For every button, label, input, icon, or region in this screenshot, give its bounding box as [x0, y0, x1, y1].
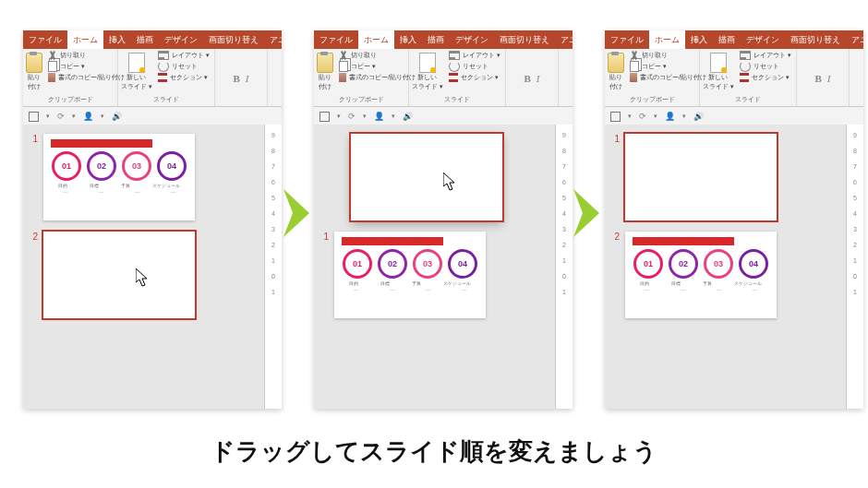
tab-draw[interactable]: 描画 — [713, 30, 741, 49]
tab-animation[interactable]: アニ — [555, 30, 573, 49]
slide-thumbnail-1[interactable]: 01 02 03 04 目的目標予算スケジュール ──────── — [43, 134, 195, 220]
section-icon — [158, 73, 167, 82]
vertical-ruler: 98765432101 — [846, 125, 863, 409]
copy-button[interactable]: コピー ▾ — [46, 61, 127, 72]
section-button[interactable]: セクション ▾ — [447, 73, 502, 82]
layout-icon — [449, 51, 460, 60]
view-normal-icon[interactable] — [610, 112, 621, 122]
tab-home[interactable]: ホーム — [67, 30, 103, 49]
layout-icon — [158, 51, 169, 60]
view-toolbar: ▾ ⟳▾ 👤▾ 🔊 — [23, 107, 282, 126]
new-slide-label: 新しい スライド ▾ — [703, 73, 734, 91]
group-clipboard-label: クリップボード — [317, 95, 405, 106]
reset-button[interactable]: リセット — [738, 61, 793, 72]
bold-button[interactable]: B — [233, 73, 239, 84]
slide-thumbnail-2[interactable]: 01 02 03 04 目的目標予算スケジュール ──────── — [625, 232, 777, 318]
slide-thumbnail-1-selected[interactable] — [625, 134, 777, 220]
tab-draw[interactable]: 描画 — [131, 30, 159, 49]
chevron-down-icon[interactable]: ▾ — [682, 113, 686, 120]
tab-animation[interactable]: アニ — [846, 30, 863, 49]
copy-icon — [339, 61, 348, 72]
scissors-icon — [339, 51, 348, 60]
section-button[interactable]: セクション ▾ — [738, 73, 793, 82]
ribbon: 貼り付け 切り取り コピー ▾ 書式のコピー/貼り付け クリップボード 新しい … — [314, 49, 573, 107]
copy-button[interactable]: コピー ▾ — [628, 61, 708, 72]
new-slide-label: 新しい スライド ▾ — [121, 73, 152, 91]
new-slide-icon[interactable] — [128, 53, 145, 73]
slide-thumbnail-content[interactable]: 01 02 03 04 目的目標予算スケジュール ──────── — [334, 232, 486, 318]
tab-draw[interactable]: 描画 — [422, 30, 450, 49]
format-painter-button[interactable]: 書式のコピー/貼り付け — [337, 73, 417, 82]
slide-thumbnail-2-selected[interactable] — [43, 232, 195, 318]
paste-label: 貼り付け — [317, 73, 333, 91]
chevron-down-icon[interactable]: ▾ — [363, 113, 367, 120]
tab-file[interactable]: ファイル — [605, 30, 649, 49]
tab-transition[interactable]: 画面切り替え — [785, 30, 846, 49]
format-painter-button[interactable]: 書式のコピー/貼り付け — [46, 73, 127, 82]
reset-button[interactable]: リセット — [156, 61, 211, 72]
tab-file[interactable]: ファイル — [314, 30, 358, 49]
brush-icon — [48, 73, 55, 82]
paste-label: 貼り付け — [608, 73, 624, 91]
paste-icon[interactable] — [608, 53, 624, 73]
copy-button[interactable]: コピー ▾ — [337, 61, 417, 72]
copy-icon — [48, 61, 57, 72]
cut-button[interactable]: 切り取り — [337, 51, 417, 60]
bold-button[interactable]: B — [814, 73, 821, 84]
section-icon — [740, 73, 749, 82]
layout-button[interactable]: レイアウト ▾ — [156, 51, 211, 60]
new-slide-icon[interactable] — [419, 53, 436, 73]
chevron-down-icon[interactable]: ▾ — [46, 113, 50, 120]
cut-button[interactable]: 切り取り — [628, 51, 708, 60]
tab-insert[interactable]: 挿入 — [685, 30, 713, 49]
layout-button[interactable]: レイアウト ▾ — [447, 51, 502, 60]
chevron-down-icon[interactable]: ▾ — [72, 113, 76, 120]
step-arrow-icon — [573, 189, 609, 237]
vertical-ruler: 98765432101 — [555, 125, 573, 409]
chevron-down-icon[interactable]: ▾ — [628, 113, 632, 120]
tab-transition[interactable]: 画面切り替え — [203, 30, 264, 49]
paste-icon[interactable] — [26, 53, 42, 73]
vertical-ruler: 98765432101 — [264, 125, 282, 409]
tab-design[interactable]: デザイン — [159, 30, 203, 49]
group-clipboard-label: クリップボード — [608, 95, 696, 106]
ribbon-tabs: ファイル ホーム 挿入 描画 デザイン 画面切り替え アニ — [314, 30, 573, 49]
slide-number: 2 — [610, 232, 620, 242]
section-button[interactable]: セクション ▾ — [156, 73, 211, 82]
chevron-down-icon[interactable]: ▾ — [392, 113, 395, 120]
tab-transition[interactable]: 画面切り替え — [494, 30, 555, 49]
circle-01: 01 — [343, 249, 372, 279]
paste-label: 貼り付け — [26, 73, 42, 91]
tab-insert[interactable]: 挿入 — [103, 30, 131, 49]
cut-button[interactable]: 切り取り — [46, 51, 127, 60]
new-slide-icon[interactable] — [710, 53, 727, 73]
brush-icon — [339, 73, 346, 82]
italic-button[interactable]: I — [536, 73, 540, 84]
tab-design[interactable]: デザイン — [450, 30, 494, 49]
tab-insert[interactable]: 挿入 — [394, 30, 422, 49]
view-normal-icon[interactable] — [319, 112, 330, 122]
layout-icon — [740, 51, 751, 60]
reset-icon — [158, 61, 169, 72]
layout-button[interactable]: レイアウト ▾ — [738, 51, 793, 60]
bold-button[interactable]: B — [524, 73, 530, 84]
slide-thumbnail-panel: 1 2 01 02 03 04 目的目標予算スケジュール ────── — [605, 125, 801, 409]
chevron-down-icon[interactable]: ▾ — [101, 113, 104, 120]
tab-animation[interactable]: アニ — [264, 30, 282, 49]
view-normal-icon[interactable] — [29, 112, 39, 122]
italic-button[interactable]: I — [827, 73, 831, 84]
tab-file[interactable]: ファイル — [23, 30, 67, 49]
slide-thumbnail-dragging[interactable] — [351, 134, 502, 220]
ribbon-tabs: ファイル ホーム 挿入 描画 デザイン 画面切り替え アニ — [605, 30, 863, 49]
italic-button[interactable]: I — [246, 73, 249, 84]
cursor-icon — [443, 173, 456, 191]
paste-icon[interactable] — [317, 53, 333, 73]
powerpoint-window-step2: ファイル ホーム 挿入 描画 デザイン 画面切り替え アニ 貼り付け 切り取り … — [314, 30, 573, 409]
format-painter-button[interactable]: 書式のコピー/貼り付け — [628, 73, 708, 82]
reset-button[interactable]: リセット — [447, 61, 502, 72]
chevron-down-icon[interactable]: ▾ — [337, 113, 341, 120]
tab-home[interactable]: ホーム — [649, 30, 685, 49]
tab-design[interactable]: デザイン — [741, 30, 785, 49]
chevron-down-icon[interactable]: ▾ — [654, 113, 657, 120]
tab-home[interactable]: ホーム — [358, 30, 394, 49]
